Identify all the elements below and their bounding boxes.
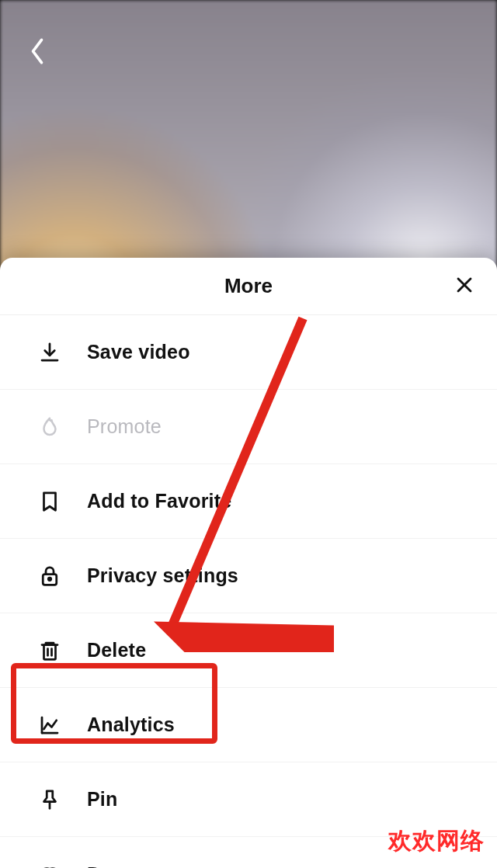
watermark-text: 欢欢网络 [388, 825, 485, 857]
menu-item-add-favorite[interactable]: Add to Favorite [0, 464, 497, 539]
menu-item-analytics[interactable]: Analytics [0, 688, 497, 762]
analytics-icon [34, 710, 65, 741]
menu-item-label: Delete [87, 639, 146, 661]
back-button[interactable] [19, 34, 56, 71]
close-button[interactable] [447, 269, 481, 304]
close-icon [455, 276, 474, 297]
lock-icon [34, 561, 65, 592]
trash-icon [34, 635, 65, 666]
more-options-sheet: More Save video Promote Add to Favorite [0, 258, 497, 868]
sheet-header: More [0, 258, 497, 315]
sheet-title: More [224, 274, 273, 298]
bookmark-icon [34, 486, 65, 517]
svg-point-5 [48, 578, 51, 581]
menu-item-label: Promote [87, 415, 162, 438]
menu-list: Save video Promote Add to Favorite Priva… [0, 315, 497, 868]
menu-item-label: Save video [87, 341, 190, 363]
duet-icon [34, 859, 65, 868]
menu-item-delete[interactable]: Delete [0, 613, 497, 688]
download-icon [34, 337, 65, 368]
pin-icon [34, 784, 65, 815]
svg-rect-7 [44, 644, 56, 659]
menu-item-save-video[interactable]: Save video [0, 315, 497, 390]
menu-item-label: Add to Favorite [87, 490, 231, 512]
menu-item-label: Pin [87, 788, 118, 811]
menu-item-promote[interactable]: Promote [0, 390, 497, 464]
menu-item-label: Duet [87, 863, 130, 869]
chevron-left-icon [29, 36, 46, 70]
flame-icon [34, 411, 65, 443]
menu-item-label: Privacy settings [87, 564, 238, 587]
menu-item-privacy-settings[interactable]: Privacy settings [0, 539, 497, 613]
menu-item-label: Analytics [87, 713, 175, 736]
